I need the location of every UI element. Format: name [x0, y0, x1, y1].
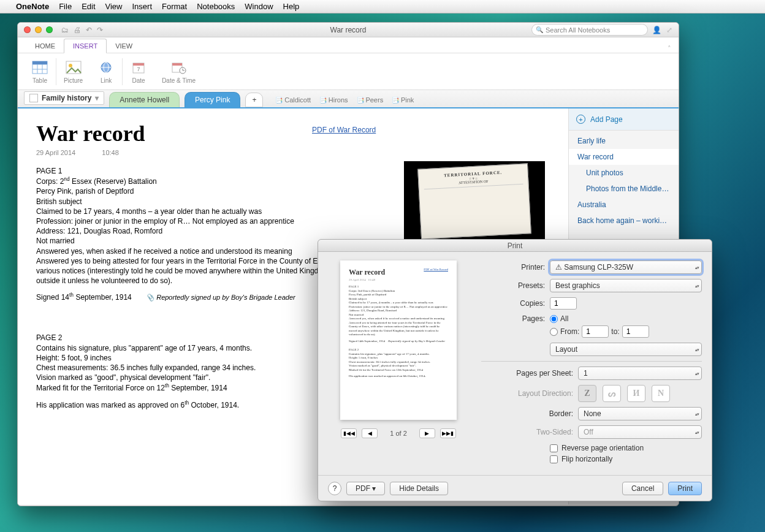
notebook-picker[interactable]: Family history ▾	[24, 91, 104, 105]
traffic-lights	[18, 26, 53, 33]
border-select[interactable]: None	[578, 407, 702, 420]
ribbon-date-time[interactable]: Date & Time	[154, 56, 203, 87]
chevron-down-icon: ▾	[95, 94, 99, 102]
section-tab-annette[interactable]: Annette Howell	[109, 92, 180, 107]
section-select[interactable]: Layout	[550, 343, 702, 356]
chip-peers[interactable]: Peers	[357, 96, 384, 104]
reverse-checkbox-row[interactable]: Reverse page orientation	[550, 444, 702, 452]
page-item[interactable]: Unit photos	[569, 165, 679, 181]
menu-insert[interactable]: Insert	[132, 2, 152, 11]
pages-to-input[interactable]	[622, 325, 649, 338]
print-dialog: Print PDF of War Record War record 29 Ap…	[318, 239, 712, 501]
quick-access-toolbar: 🗂 🖨 ↶ ↷	[61, 26, 103, 34]
undo-icon[interactable]: ↶	[86, 26, 92, 34]
first-page-button[interactable]: ▮◀◀	[341, 428, 357, 438]
layout-dir-3[interactable]: И	[627, 385, 645, 402]
menu-edit[interactable]: Edit	[82, 2, 95, 11]
minimize-icon[interactable]	[35, 26, 42, 33]
ribbon-link[interactable]: Link	[90, 56, 122, 87]
printer-select[interactable]: ⚠ Samsung CLP-325W	[550, 260, 702, 274]
layout-direction: Z ᔕ И N	[578, 385, 670, 402]
redo-icon[interactable]: ↷	[97, 26, 103, 34]
menu-window[interactable]: Window	[245, 2, 273, 11]
page-item[interactable]: Early life	[569, 133, 679, 149]
svg-rect-5	[32, 61, 47, 64]
menu-format[interactable]: Format	[162, 2, 187, 11]
cancel-button[interactable]: Cancel	[622, 482, 663, 495]
search-input[interactable]: Search All Notebooks	[531, 24, 648, 36]
note-meta: 29 April 2014 10:48	[36, 149, 550, 156]
qat-icon[interactable]: 🖨	[74, 26, 81, 34]
pages-from-input[interactable]	[582, 325, 609, 338]
section-tab-percy[interactable]: Percy Pink	[185, 92, 240, 107]
page-indicator: 1 of 2	[390, 430, 407, 437]
pages-all-radio[interactable]	[550, 315, 558, 323]
collapse-ribbon-icon[interactable]: ˄	[668, 45, 671, 53]
layout-dir-2[interactable]: ᔕ	[603, 385, 621, 402]
svg-text:7: 7	[137, 66, 140, 72]
menu-help[interactable]: Help	[283, 2, 300, 11]
presets-select[interactable]: Best graphics	[550, 279, 702, 292]
help-button[interactable]: ?	[328, 482, 341, 495]
embedded-image[interactable]: TERRITORIAL FORCE. ☆ ⚜ ☆ ATTESTATION OF	[404, 161, 545, 241]
table-icon	[31, 59, 48, 76]
twosided-label: Two-Sided:	[481, 428, 573, 436]
pps-select[interactable]: 1	[578, 367, 702, 380]
next-page-button[interactable]: ▶	[419, 428, 435, 438]
layout-dir-1[interactable]: Z	[578, 385, 596, 402]
chip-caldicott[interactable]: Caldicott	[275, 96, 311, 104]
ribbon-table[interactable]: Table	[24, 56, 56, 87]
page-item[interactable]: War record	[569, 149, 679, 165]
ribbon-date[interactable]: 7 Date	[123, 56, 154, 87]
copies-label: Copies:	[481, 299, 545, 308]
add-page-button[interactable]: + Add Page	[569, 108, 679, 131]
plus-icon: +	[576, 115, 585, 124]
hide-details-button[interactable]: Hide Details	[390, 482, 448, 495]
twosided-select[interactable]: Off	[578, 425, 702, 439]
note-date: 29 April 2014	[36, 149, 75, 156]
page-item[interactable]: Photos from the Middle…	[569, 181, 679, 197]
last-page-button[interactable]: ▶▶▮	[440, 428, 456, 438]
add-section-button[interactable]: +	[245, 93, 263, 107]
print-dialog-title: Print	[318, 240, 712, 252]
page-item[interactable]: Back home again – worki…	[569, 213, 679, 229]
tab-home[interactable]: HOME	[26, 39, 64, 53]
flip-checkbox-row[interactable]: Flip horizontally	[550, 455, 702, 463]
print-button[interactable]: Print	[668, 482, 702, 495]
tab-view[interactable]: VIEW	[107, 39, 141, 53]
print-footer: ? PDF ▾ Hide Details Cancel Print	[318, 475, 712, 501]
note-title[interactable]: War record	[36, 121, 550, 146]
titlebar: 🗂 🖨 ↶ ↷ War record Search All Notebooks …	[18, 23, 679, 37]
pages-range-radio[interactable]	[550, 328, 558, 336]
chip-hirons[interactable]: Hirons	[319, 96, 348, 104]
pdf-button[interactable]: PDF ▾	[346, 482, 385, 495]
svg-rect-15	[172, 63, 182, 66]
prev-page-button[interactable]: ◀	[362, 428, 378, 438]
page-list: Early life War record Unit photos Photos…	[569, 131, 679, 231]
app-name[interactable]: OneNote	[16, 2, 49, 11]
menu-view[interactable]: View	[105, 2, 123, 11]
embedded-document-icon: TERRITORIAL FORCE. ☆ ⚜ ☆ ATTESTATION OF	[417, 163, 531, 239]
tag-icon	[146, 294, 156, 301]
preview-pager: ▮◀◀ ◀ 1 of 2 ▶ ▶▶▮	[341, 428, 456, 438]
menu-notebooks[interactable]: Notebooks	[197, 2, 235, 11]
page1-header: PAGE 1	[36, 166, 379, 176]
fullscreen-icon[interactable]: ⤢	[666, 26, 672, 34]
close-icon[interactable]	[24, 26, 31, 33]
flip-checkbox[interactable]	[550, 455, 558, 463]
menu-file[interactable]: File	[59, 2, 72, 11]
pdf-link[interactable]: PDF of War Record	[312, 126, 376, 134]
border-label: Border:	[481, 409, 573, 418]
share-icon[interactable]: 👤	[652, 26, 661, 34]
ribbon-picture[interactable]: Picture	[56, 56, 90, 87]
tab-insert[interactable]: INSERT	[64, 39, 107, 53]
chip-pink[interactable]: Pink	[392, 96, 414, 104]
zoom-icon[interactable]	[46, 26, 53, 33]
layout-dir-4[interactable]: N	[652, 385, 670, 402]
page-item[interactable]: Australia	[569, 197, 679, 213]
titlebar-right-icons: 👤 ⤢	[652, 26, 672, 34]
copies-input[interactable]	[550, 297, 577, 310]
note-time: 10:48	[102, 149, 119, 156]
reverse-checkbox[interactable]	[550, 444, 558, 452]
qat-icon[interactable]: 🗂	[61, 26, 69, 34]
